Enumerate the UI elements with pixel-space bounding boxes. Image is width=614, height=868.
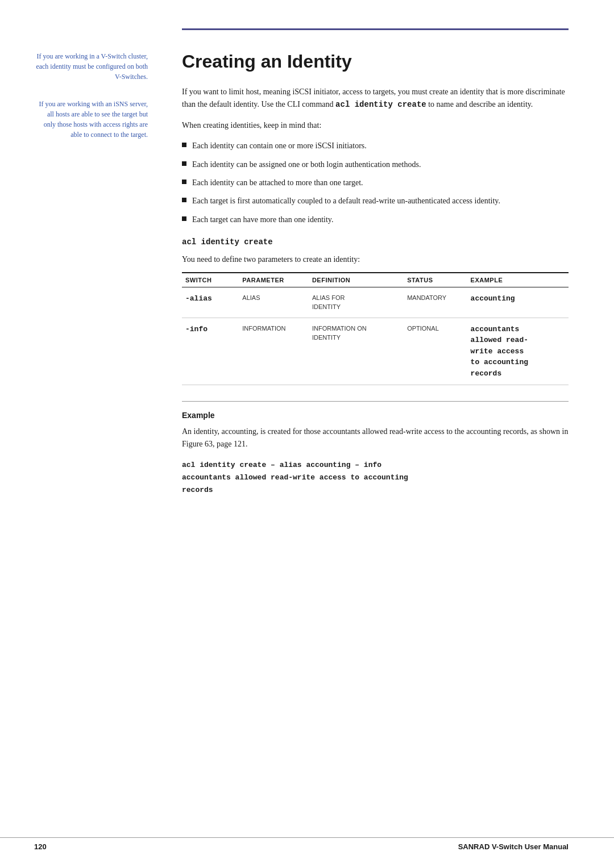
sidebar: If you are working in a V-Switch cluster… — [0, 51, 165, 496]
section-divider — [182, 401, 569, 402]
list-item-text: Each identity can be attached to more th… — [192, 177, 363, 189]
example-code: acl identity create – alias accounting –… — [182, 459, 569, 496]
example-heading: Example — [182, 411, 569, 420]
cell-switch-1: -alias — [182, 287, 239, 318]
param-table: Switch Parameter Definition Status Examp… — [182, 272, 569, 386]
list-item: Each identity can be assigned one or bot… — [182, 158, 569, 171]
example-section: Example An identity, accounting, is crea… — [182, 411, 569, 496]
cell-example-2: accountantsallowed read-write accessto a… — [467, 318, 569, 385]
list-item: Each target can have more than one ident… — [182, 214, 569, 226]
cell-param-2: INFORMATION — [239, 318, 309, 385]
sidebar-note-2-text: If you are working with an iSNS server, … — [39, 100, 148, 139]
col-header-switch: Switch — [182, 273, 239, 287]
top-rule — [182, 28, 569, 30]
manual-title: SANRAD V-Switch User Manual — [458, 842, 569, 851]
cell-def-1: ALIAS FORIDENTITY — [309, 287, 404, 318]
col-header-status: Status — [404, 273, 467, 287]
when-creating-para: When creating identities, keep in mind t… — [182, 119, 569, 132]
bullet-icon — [182, 161, 186, 166]
bullet-list: Each identity can contain one or more iS… — [182, 140, 569, 226]
list-item-text: Each identity can contain one or more iS… — [192, 140, 367, 152]
list-item-text: Each identity can be assigned one or bot… — [192, 158, 421, 171]
list-item: Each identity can contain one or more iS… — [182, 140, 569, 152]
cell-param-1: ALIAS — [239, 287, 309, 318]
sidebar-note-1: If you are working in a V-Switch cluster… — [34, 51, 148, 82]
inline-code-acl: acl identity create — [335, 100, 426, 109]
bullet-icon — [182, 180, 186, 184]
bullet-icon — [182, 216, 186, 221]
bullet-icon — [182, 143, 186, 147]
cell-status-1: MANDATORY — [404, 287, 467, 318]
cell-example-1: accounting — [467, 287, 569, 318]
list-item: Each identity can be attached to more th… — [182, 177, 569, 189]
cell-switch-2: -info — [182, 318, 239, 385]
content-area: If you are working in a V-Switch cluster… — [0, 51, 614, 496]
table-row: -alias ALIAS ALIAS FORIDENTITY MANDATORY… — [182, 287, 569, 318]
col-header-parameter: Parameter — [239, 273, 309, 287]
bottom-bar: 120 SANRAD V-Switch User Manual — [0, 837, 614, 851]
table-intro: You need to define two parameters to cre… — [182, 253, 569, 266]
intro-paragraph: If you want to limit host, meaning iSCSI… — [182, 86, 569, 111]
sidebar-note-1-text: If you are working in a V-Switch cluster… — [36, 52, 148, 81]
page-title: Creating an Identity — [182, 51, 569, 72]
bullet-icon — [182, 198, 186, 202]
table-row: -info INFORMATION INFORMATION ONIDENTITY… — [182, 318, 569, 385]
sidebar-note-2: If you are working with an iSNS server, … — [34, 99, 148, 140]
list-item: Each target is first automatically coupl… — [182, 195, 569, 207]
command-heading: acl identity create — [182, 237, 569, 247]
cell-def-2: INFORMATION ONIDENTITY — [309, 318, 404, 385]
list-item-text: Each target can have more than one ident… — [192, 214, 333, 226]
page-number: 120 — [34, 842, 47, 851]
example-para: An identity, accounting, is created for … — [182, 425, 569, 451]
page: If you are working in a V-Switch cluster… — [0, 0, 614, 868]
col-header-definition: Definition — [309, 273, 404, 287]
list-item-text: Each target is first automatically coupl… — [192, 195, 500, 207]
col-header-example: Example — [467, 273, 569, 287]
cell-status-2: OPTIONAL — [404, 318, 467, 385]
main-content: Creating an Identity If you want to limi… — [165, 51, 614, 496]
